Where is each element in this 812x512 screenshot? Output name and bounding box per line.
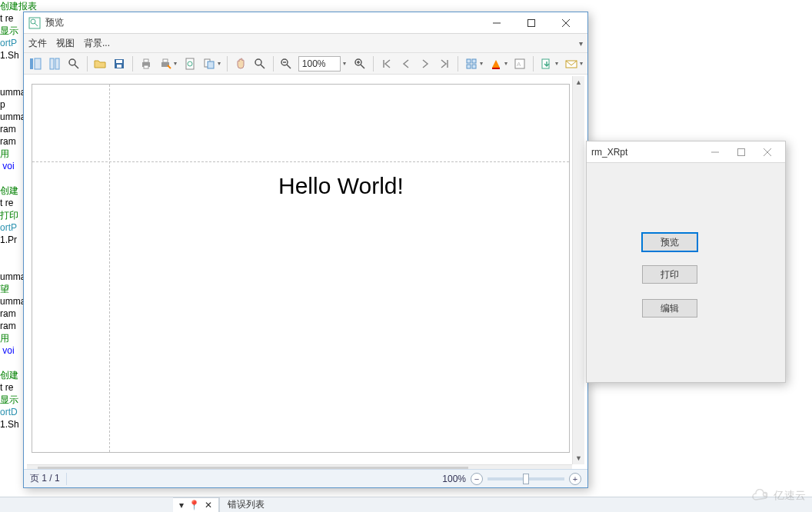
edit-button[interactable]: 编辑 xyxy=(642,299,697,318)
document-canvas[interactable]: Hello World! xyxy=(27,76,572,464)
preview-window-title: 预览 xyxy=(45,16,479,29)
report-page: Hello World! xyxy=(32,84,570,453)
preview-button[interactable]: 预览 xyxy=(642,233,697,251)
svg-line-26 xyxy=(261,65,265,68)
zoom-value[interactable]: 100% xyxy=(298,56,341,71)
maximize-button[interactable] xyxy=(514,12,548,34)
close-icon[interactable]: ✕ xyxy=(205,500,212,510)
svg-point-49 xyxy=(764,493,767,497)
menu-file[interactable]: 文件 xyxy=(28,37,47,50)
svg-point-25 xyxy=(255,59,261,65)
form-window: rm_XRpt 预览 打印 编辑 xyxy=(586,141,786,383)
vertical-scrollbar[interactable]: ▲ ▼ xyxy=(572,76,584,464)
margin-guide-horizontal xyxy=(32,161,569,162)
scroll-down-icon[interactable]: ▼ xyxy=(573,452,584,464)
prev-page-icon[interactable] xyxy=(398,55,414,72)
send-icon[interactable] xyxy=(563,55,580,72)
scale-dropdown[interactable]: ▾ xyxy=(201,55,222,72)
document-area: Hello World! ▲ ▼ xyxy=(27,76,584,464)
margin-guide-vertical xyxy=(109,85,110,452)
form-window-title: rm_XRpt xyxy=(591,147,702,158)
status-zoom-label: 100% xyxy=(442,474,466,484)
svg-rect-36 xyxy=(467,59,471,63)
svg-rect-24 xyxy=(208,62,214,68)
dropdown-icon[interactable]: ▾ xyxy=(179,500,184,510)
svg-rect-40 xyxy=(492,68,500,69)
svg-line-33 xyxy=(361,65,364,68)
export-dropdown[interactable]: ▾ xyxy=(538,55,560,72)
status-page-label: 页 1 / 1 xyxy=(30,472,60,485)
send-dropdown[interactable]: ▾ xyxy=(563,55,584,72)
report-body-text: Hello World! xyxy=(278,173,404,199)
svg-rect-15 xyxy=(117,65,121,68)
status-zoom-out-button[interactable]: − xyxy=(471,473,483,485)
many-pages-icon[interactable] xyxy=(463,55,480,72)
preview-title-bar[interactable]: 预览 xyxy=(24,12,587,34)
svg-rect-43 xyxy=(542,59,549,68)
svg-rect-37 xyxy=(472,59,476,63)
svg-line-29 xyxy=(287,65,291,68)
save-icon[interactable] xyxy=(111,55,128,72)
form-title-bar[interactable]: rm_XRpt xyxy=(587,141,785,163)
menu-background[interactable]: 背景... xyxy=(84,37,110,50)
zoom-out-icon[interactable] xyxy=(278,55,295,72)
print-button[interactable]: 打印 xyxy=(642,265,697,284)
minimize-button[interactable] xyxy=(479,12,514,34)
first-page-icon[interactable] xyxy=(378,55,394,72)
status-bar: 页 1 / 1 100% − + xyxy=(24,469,587,487)
menu-view[interactable]: 视图 xyxy=(56,37,75,50)
many-pages-dropdown[interactable]: ▾ xyxy=(463,55,484,72)
window-controls xyxy=(702,141,780,163)
svg-line-2 xyxy=(35,23,38,26)
vs-tab-controls[interactable]: ▾ 📍 ✕ xyxy=(173,497,219,512)
page-setup-icon[interactable] xyxy=(181,55,198,72)
scale-icon[interactable] xyxy=(201,55,218,72)
status-zoom-slider[interactable] xyxy=(488,477,564,480)
preview-window: 预览 文件 视图 背景... ▾ ▾ ▾ xyxy=(23,12,588,488)
error-list-tab[interactable]: 错误列表 xyxy=(219,497,272,512)
magnifier-icon[interactable] xyxy=(251,55,268,72)
preview-app-icon xyxy=(28,17,41,29)
status-zoom-group: 100% − + xyxy=(442,473,581,485)
zoom-in-icon[interactable] xyxy=(352,55,368,72)
watermark-text: 亿速云 xyxy=(774,489,806,503)
svg-rect-9 xyxy=(50,58,54,69)
svg-rect-7 xyxy=(30,58,33,69)
watermark-icon[interactable]: A xyxy=(512,55,528,72)
menu-overflow-icon[interactable]: ▾ xyxy=(579,39,583,48)
window-controls xyxy=(479,12,583,34)
bookmarks-icon[interactable] xyxy=(46,55,62,72)
svg-rect-17 xyxy=(144,59,148,62)
svg-point-11 xyxy=(69,59,75,65)
next-page-icon[interactable] xyxy=(417,55,433,72)
svg-rect-46 xyxy=(738,148,745,155)
print-icon[interactable] xyxy=(138,55,154,72)
scroll-up-icon[interactable]: ▲ xyxy=(573,76,584,88)
minimize-button[interactable] xyxy=(702,141,728,163)
pin-icon[interactable]: 📍 xyxy=(188,500,200,510)
toolbar: ▾ ▾ 100% ▾ ▾ ▾ A xyxy=(24,53,587,75)
close-button[interactable] xyxy=(548,12,583,34)
svg-rect-18 xyxy=(144,65,148,68)
color-icon[interactable] xyxy=(488,55,504,72)
quick-print-dropdown[interactable]: ▾ xyxy=(157,55,178,72)
color-dropdown[interactable]: ▾ xyxy=(488,55,509,72)
slider-handle[interactable] xyxy=(523,474,529,484)
zoom-combo[interactable]: 100% ▾ xyxy=(298,55,349,72)
find-icon[interactable] xyxy=(65,55,82,72)
open-folder-icon[interactable] xyxy=(92,55,108,72)
svg-rect-20 xyxy=(163,59,168,62)
thumbnails-icon[interactable] xyxy=(27,55,43,72)
form-body: 预览 打印 编辑 xyxy=(587,164,785,382)
status-zoom-in-button[interactable]: + xyxy=(569,473,581,485)
last-page-icon[interactable] xyxy=(437,55,453,72)
hand-tool-icon[interactable] xyxy=(232,55,248,72)
export-icon[interactable] xyxy=(538,55,555,72)
vs-bottom-strip: ▾ 📍 ✕ 错误列表 xyxy=(0,497,812,512)
maximize-button[interactable] xyxy=(728,141,754,163)
svg-rect-14 xyxy=(116,60,122,63)
quick-print-icon[interactable] xyxy=(157,55,174,72)
svg-text:A: A xyxy=(517,61,521,68)
svg-rect-8 xyxy=(35,58,41,69)
close-button[interactable] xyxy=(754,141,780,163)
